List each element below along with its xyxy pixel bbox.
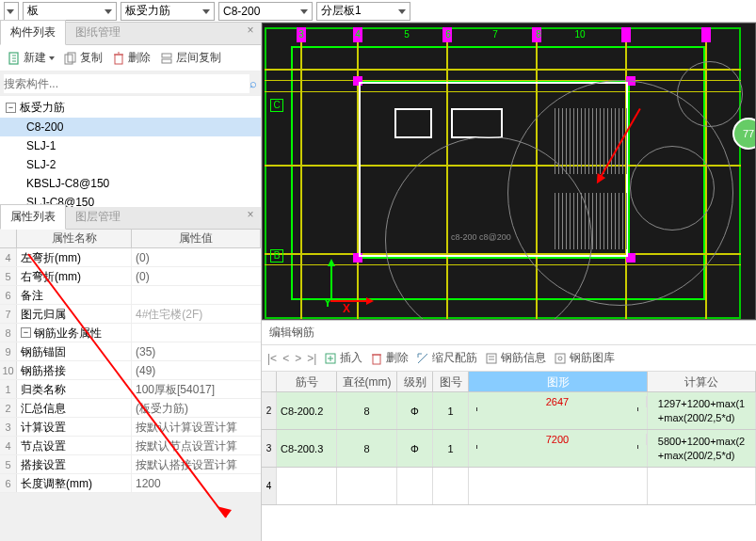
property-grid[interactable]: 4左弯折(mm)(0)5右弯折(mm)(0)6备注7图元归属4#住宅楼(2F)8… (0, 248, 261, 493)
scale-button[interactable]: 缩尺配筋 (416, 350, 477, 366)
svg-rect-5 (162, 59, 171, 63)
property-row[interactable]: 1归类名称100厚板[54017] (0, 380, 261, 399)
tree-item[interactable]: KBSLJ-C8@150 (0, 174, 261, 193)
new-button[interactable]: 新建 (4, 48, 58, 68)
nav-dropdown[interactable] (4, 2, 19, 21)
svg-rect-4 (162, 54, 171, 57)
tab-drawing-mgmt[interactable]: 图纸管理 (66, 21, 130, 44)
library-button[interactable]: 钢筋图库 (554, 350, 615, 366)
close-icon[interactable]: × (244, 209, 257, 222)
drawing-viewport[interactable]: 3 4 5 6 7 8 10 C B c8-200 c8@200 Y X (262, 23, 756, 320)
search-input[interactable] (4, 74, 249, 93)
table-row[interactable]: 2C8-200.28Φ126471297+1200+max(1+max(200/… (262, 392, 756, 430)
property-panel-tabs: 属性列表 图层管理 × (0, 207, 261, 230)
rebar-table[interactable]: 筋号 直径(mm) 级别 图号 图形 计算公 2C8-200.28Φ126471… (262, 372, 756, 541)
property-row[interactable]: 6长度调整(mm)1200 (0, 474, 261, 493)
insert-button[interactable]: 插入 (324, 350, 362, 366)
table-row[interactable]: 4 (262, 468, 756, 505)
panel-title: 编辑钢筋 (262, 321, 756, 345)
property-row[interactable]: 5右弯折(mm)(0) (0, 267, 261, 286)
tree-item[interactable]: SLJ-2 (0, 155, 261, 174)
component-panel-tabs: 构件列表 图纸管理 × (0, 23, 261, 45)
svg-rect-7 (373, 355, 380, 364)
table-header: 筋号 直径(mm) 级别 图号 图形 计算公 (262, 372, 756, 392)
property-row[interactable]: 3计算设置按默认计算设置计算 (0, 418, 261, 437)
property-row[interactable]: 4左弯折(mm)(0) (0, 248, 261, 267)
rebar-toolbar: |<<>>| 插入 删除 缩尺配筋 钢筋信息 钢筋图库 (262, 345, 756, 372)
rebar-edit-panel: 编辑钢筋 |<<>>| 插入 删除 缩尺配筋 钢筋信息 钢筋图库 筋号 直径(m… (262, 320, 756, 541)
search-icon[interactable]: ⌕ (249, 76, 257, 90)
delete-button[interactable]: 删除 (370, 350, 409, 366)
tab-component-list[interactable]: 构件列表 (0, 20, 66, 45)
close-icon[interactable]: × (244, 24, 257, 38)
svg-point-10 (558, 357, 562, 360)
delete-button[interactable]: 删除 (108, 48, 154, 68)
tree-item[interactable]: SLJ-1 (0, 136, 261, 155)
right-area: 3 4 5 6 7 8 10 C B c8-200 c8@200 Y X (262, 23, 756, 541)
axis-y-label: Y (324, 296, 331, 310)
component-tree: −板受力筋 C8-200 SLJ-1 SLJ-2 KBSLJ-C8@150 SL… (0, 96, 261, 207)
tree-item[interactable]: C8-200 (0, 118, 261, 136)
col-prop-value: 属性值 (132, 230, 261, 247)
axis-x-label: X (343, 302, 350, 315)
property-row[interactable]: 7图元归属4#住宅楼(2F) (0, 305, 261, 324)
svg-rect-3 (115, 55, 122, 64)
property-row[interactable]: 2汇总信息(板受力筋) (0, 399, 261, 418)
search-bar: ⌕ (0, 72, 261, 96)
property-row[interactable]: 5搭接设置按默认搭接设置计算 (0, 455, 261, 474)
svg-rect-9 (555, 354, 565, 363)
component-toolbar: 新建 复制 删除 层间复制 (0, 45, 261, 72)
top-toolbar: 板 板受力筋 C8-200 分层板1 (0, 0, 756, 23)
property-header: 属性名称 属性值 (0, 230, 261, 248)
svg-rect-8 (487, 354, 496, 363)
property-row[interactable]: 8− 钢筋业务属性 (0, 324, 261, 342)
layer-copy-button[interactable]: 层间复制 (156, 48, 225, 68)
table-row[interactable]: 3C8-200.38Φ172005800+1200+max(2+max(200/… (262, 430, 756, 468)
category-dropdown[interactable]: 板 (23, 2, 117, 21)
layer-dropdown[interactable]: 分层板1 (316, 2, 410, 21)
property-row[interactable]: 6备注 (0, 286, 261, 305)
tab-property-list[interactable]: 属性列表 (0, 204, 66, 230)
pagination[interactable]: |<<>>| (267, 352, 316, 365)
copy-button[interactable]: 复制 (60, 48, 106, 68)
spec-dropdown[interactable]: C8-200 (218, 2, 313, 21)
col-prop-name: 属性名称 (17, 230, 132, 247)
tree-root[interactable]: −板受力筋 (0, 96, 261, 118)
left-sidebar: 构件列表 图纸管理 × 新建 复制 删除 层间复制 ⌕ −板受力筋 C8-200… (0, 23, 262, 541)
type-dropdown[interactable]: 板受力筋 (121, 2, 215, 21)
property-row[interactable]: 4节点设置按默认节点设置计算 (0, 437, 261, 455)
property-row[interactable]: 10钢筋搭接(49) (0, 361, 261, 380)
tab-layer-mgmt[interactable]: 图层管理 (66, 205, 130, 229)
info-button[interactable]: 钢筋信息 (485, 350, 546, 366)
property-row[interactable]: 9钢筋锚固(35) (0, 342, 261, 361)
